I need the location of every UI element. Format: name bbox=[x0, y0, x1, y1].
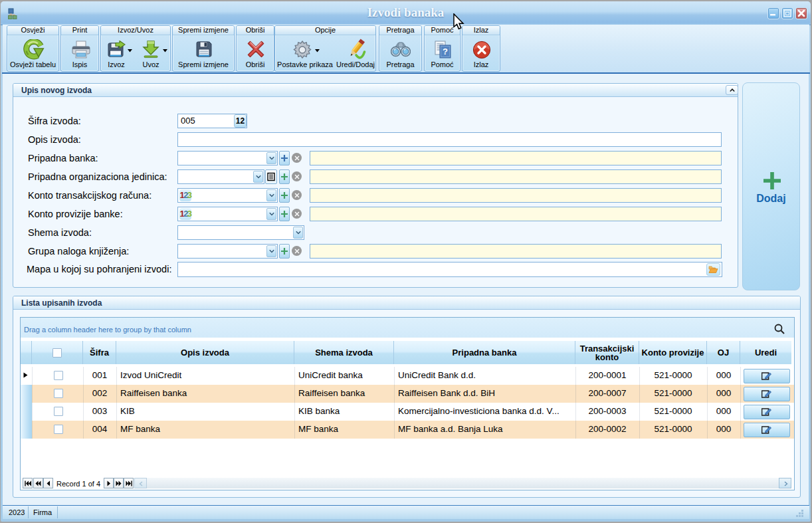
svg-text:?: ? bbox=[443, 47, 448, 56]
